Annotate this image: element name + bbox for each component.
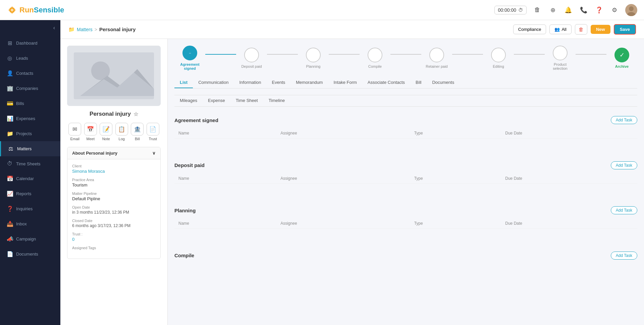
pipeline-step-deposit[interactable]: Deposit paid xyxy=(236,48,267,68)
sidebar-item-documents[interactable]: 📄 Documents xyxy=(0,247,60,262)
pipeline-step-retainer[interactable]: Retainer paid xyxy=(421,48,452,68)
bill-action-btn[interactable]: 🏦 Bill xyxy=(131,123,144,141)
section-header-compile: Compile Add Task xyxy=(174,249,637,260)
tab-information[interactable]: Information xyxy=(234,77,266,88)
tab-communication[interactable]: Communication xyxy=(193,77,234,88)
pipeline-line-1 xyxy=(205,54,236,55)
tab-timesheet[interactable]: Time Sheet xyxy=(230,95,263,106)
tab-bill[interactable]: Bill xyxy=(410,77,427,88)
sidebar-item-bills[interactable]: 💳 Bills xyxy=(0,96,60,111)
tab-expense[interactable]: Expense xyxy=(203,95,230,106)
log-action-btn[interactable]: 📋 Log xyxy=(115,123,128,141)
pipeline-step-product[interactable]: Product selection xyxy=(545,46,576,70)
top-nav: RunSensible 00:00:00 ⏱ 🗑 ⊕ 🔔 📞 ❓ ⚙ xyxy=(0,0,644,20)
sidebar-label-leads: Leads xyxy=(16,56,28,61)
new-button[interactable]: New xyxy=(591,25,610,34)
breadcrumb-parent[interactable]: Matters xyxy=(77,27,93,32)
col-type-3: Type xyxy=(410,218,501,229)
pipeline-circle-editing xyxy=(491,48,506,62)
section-header-planning: Planning Add Task xyxy=(174,204,637,214)
pipeline-step-agreement[interactable]: ··· Agreement signed xyxy=(174,46,205,70)
sidebar-item-expenses[interactable]: 📊 Expenses xyxy=(0,111,60,126)
pipeline: ··· Agreement signed Deposit paid Planni… xyxy=(174,46,637,70)
trust-action-btn[interactable]: 📄 Trust xyxy=(147,123,159,141)
bill-icon: 🏦 xyxy=(131,123,144,136)
sidebar-item-companies[interactable]: 🏢 Companies xyxy=(0,81,60,96)
sidebar-item-reports[interactable]: 📈 Reports xyxy=(0,186,60,201)
col-duedate-1: Due Date xyxy=(501,128,637,139)
closed-date-field: Closed Date 6 months ago 3/17/23, 12:36 … xyxy=(72,219,156,228)
col-name-1: Name xyxy=(174,128,276,139)
task-table-agreement: Name Assignee Type Due Date xyxy=(174,128,637,149)
open-date-field: Open Date in 3 months 11/23/23, 12:36 PM xyxy=(72,205,156,215)
sidebar-item-campaign[interactable]: 📣 Campaign xyxy=(0,231,60,247)
section-title-compile: Compile xyxy=(174,253,194,258)
tab-events[interactable]: Events xyxy=(267,77,291,88)
sidebar-item-leads[interactable]: ◎ Leads xyxy=(0,51,60,66)
favorite-star-icon[interactable]: ☆ xyxy=(133,111,138,117)
delete-button[interactable]: 🗑 xyxy=(575,24,587,35)
email-action-btn[interactable]: ✉ Email xyxy=(68,123,81,141)
companies-icon: 🏢 xyxy=(7,85,13,92)
pipeline-line-3 xyxy=(329,54,360,55)
sidebar-item-timesheets[interactable]: ⏱ Time Sheets xyxy=(0,156,60,171)
pipeline-line-7 xyxy=(576,54,606,55)
add-task-btn-agreement[interactable]: Add Task xyxy=(611,116,637,124)
sidebar-item-inquiries[interactable]: ❓ Inquiries xyxy=(0,201,60,216)
tab-memorandum[interactable]: Memorandum xyxy=(290,77,328,88)
trash-icon[interactable]: 🗑 xyxy=(533,5,542,15)
projects-icon: 📁 xyxy=(7,130,13,137)
sidebar-label-inbox: Inbox xyxy=(16,221,27,226)
pipeline-step-archive[interactable]: ✓ Archive xyxy=(606,48,637,68)
matter-title: Personal injury ☆ xyxy=(67,111,161,117)
expenses-icon: 📊 xyxy=(7,115,13,122)
tab-documents[interactable]: Documents xyxy=(427,77,460,88)
bell-icon[interactable]: 🔔 xyxy=(564,5,573,15)
pipeline-circle-archive: ✓ xyxy=(614,48,629,62)
sidebar-item-dashboard[interactable]: ⊞ Dashboard xyxy=(0,36,60,51)
about-header[interactable]: About Personal injury ∨ xyxy=(67,147,160,159)
sidebar-label-matters: Matters xyxy=(17,146,32,151)
phone-icon[interactable]: 📞 xyxy=(579,5,588,15)
col-name-2: Name xyxy=(174,173,276,184)
tab-mileages[interactable]: Mileages xyxy=(174,95,203,106)
sidebar-label-projects: Projects xyxy=(16,131,32,136)
add-task-btn-compile[interactable]: Add Task xyxy=(611,252,637,260)
sidebar-item-matters[interactable]: ⚖ Matters xyxy=(0,141,60,156)
sidebar-label-companies: Companies xyxy=(16,86,38,91)
save-button[interactable]: Save xyxy=(614,24,636,35)
sidebar-collapse-btn[interactable]: ‹ xyxy=(0,20,60,36)
pipeline-line-4 xyxy=(390,54,421,55)
tab-associate-contacts[interactable]: Associate Contacts xyxy=(362,77,410,88)
settings-icon[interactable]: ⚙ xyxy=(610,5,619,15)
plus-circle-icon[interactable]: ⊕ xyxy=(548,5,557,15)
col-assignee-2: Assignee xyxy=(276,173,410,184)
breadcrumb: 📁 Matters > Personal injury xyxy=(68,26,136,33)
add-task-btn-planning[interactable]: Add Task xyxy=(611,206,637,214)
pipeline-step-planning[interactable]: Planning xyxy=(298,48,329,68)
pipeline-step-editing[interactable]: Editing xyxy=(483,48,514,68)
help-icon[interactable]: ❓ xyxy=(594,5,604,15)
pipeline-field: Matter Pipeline Default Pipline xyxy=(72,192,156,201)
compliance-button[interactable]: Compliance xyxy=(513,24,546,34)
sidebar-item-projects[interactable]: 📁 Projects xyxy=(0,126,60,141)
matter-image-placeholder xyxy=(67,46,161,106)
note-action-btn[interactable]: 📝 Note xyxy=(100,123,112,141)
svg-point-5 xyxy=(11,9,13,11)
sidebar-item-inbox[interactable]: 📥 Inbox xyxy=(0,216,60,231)
pipeline-step-compile[interactable]: Compile xyxy=(360,48,390,68)
trust-field: Trust : 0 xyxy=(72,232,156,242)
sidebar-item-contacts[interactable]: 👤 Contacts xyxy=(0,66,60,81)
avatar[interactable] xyxy=(625,4,637,16)
main-content: 📁 Matters > Personal injury Compliance 👥… xyxy=(60,20,644,325)
tab-timeline[interactable]: Timeline xyxy=(263,95,290,106)
logo: RunSensible xyxy=(7,5,64,15)
contacts-icon: 👤 xyxy=(7,70,13,76)
practice-area-field: Practice Area Tourism xyxy=(72,178,156,187)
add-task-btn-deposit[interactable]: Add Task xyxy=(611,161,637,169)
tab-intake-form[interactable]: Intake Form xyxy=(328,77,362,88)
sidebar-item-calendar[interactable]: 📅 Calendar xyxy=(0,171,60,186)
all-button[interactable]: 👥 All xyxy=(549,24,571,34)
tab-list[interactable]: List xyxy=(174,77,193,88)
meet-action-btn[interactable]: 📅 Meet xyxy=(84,123,97,141)
